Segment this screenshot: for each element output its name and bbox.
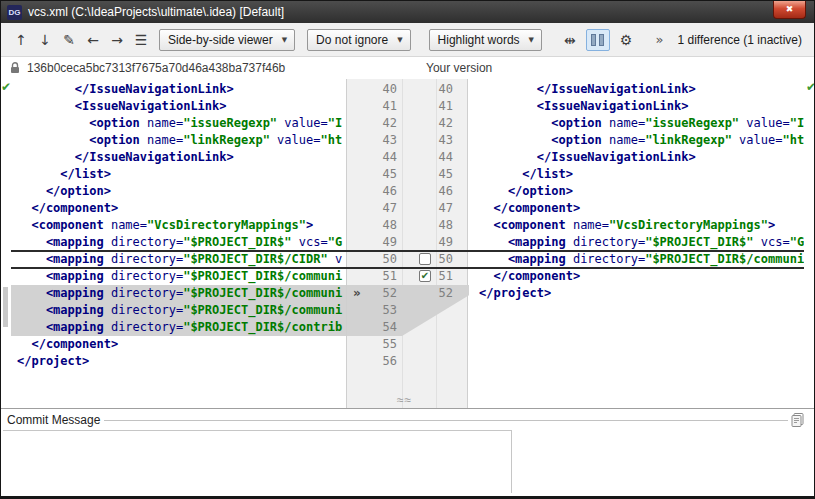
chevron-down-icon: ▼ — [282, 36, 287, 44]
left-code-line[interactable]: </IssueNavigationLink> — [11, 149, 346, 166]
line-number: 48 — [407, 217, 453, 234]
left-code-line[interactable]: <mapping directory="$PROJECT_DIR$/contri… — [11, 319, 346, 336]
forward-button[interactable]: → — [105, 29, 129, 51]
inactive-change-marker-icon[interactable]: » — [353, 285, 361, 302]
right-code-line[interactable]: </component> — [468, 200, 804, 217]
right-code-line[interactable]: <option name="linkRegexp" value="https — [468, 132, 804, 149]
include-change-checkbox-unchecked[interactable] — [419, 253, 431, 265]
right-code-line[interactable]: </IssueNavigationLink> — [468, 149, 804, 166]
line-number: 47 — [347, 200, 397, 217]
line-number: 41 — [407, 98, 453, 115]
line-number: 49 — [407, 234, 453, 251]
right-code-line[interactable]: </option> — [468, 183, 804, 200]
right-code-line[interactable]: </component> — [468, 268, 804, 285]
left-code-line[interactable]: <mapping directory="$PROJECT_DIR$/commun… — [11, 268, 346, 285]
line-number: 42 — [347, 115, 397, 132]
menu-icon[interactable]: ☰ — [129, 29, 153, 51]
right-code-line[interactable] — [468, 336, 804, 353]
right-code-line[interactable]: <IssueNavigationLink> — [468, 98, 804, 115]
commit-message-input[interactable] — [1, 431, 814, 496]
left-revision-hash: 136b0ceca5bc7313f7675a70d46a438ba737f46b — [27, 61, 285, 75]
right-code-line[interactable] — [468, 319, 804, 336]
titlebar[interactable]: DG vcs.xml (C:\IdeaProjects\ultimate\.id… — [1, 1, 814, 23]
previous-difference-button[interactable]: ↑ — [9, 29, 33, 51]
highlight-mode-value: Highlight words — [438, 33, 520, 47]
left-code-line[interactable]: </project> — [11, 353, 346, 370]
more-actions-icon[interactable]: » — [656, 32, 664, 47]
line-number: 40 — [407, 81, 453, 98]
line-number: 47 — [407, 200, 453, 217]
right-code-line[interactable]: </project> — [468, 285, 804, 302]
left-code-line[interactable]: <component name="VcsDirectoryMappings"> — [11, 217, 346, 234]
app-icon: DG — [7, 5, 22, 20]
left-code-line[interactable]: <mapping directory="$PROJECT_DIR$/commun… — [11, 285, 346, 302]
inactive-change-stripe-marker[interactable] — [3, 287, 8, 327]
left-code-line[interactable]: <mapping directory="$PROJECT_DIR$/commun… — [11, 302, 346, 319]
close-button[interactable]: ✖ — [773, 1, 806, 19]
commit-message-panel: Commit Message — [1, 408, 814, 496]
ignore-policy-select[interactable]: Do not ignore ▼ — [307, 29, 410, 51]
left-code-line[interactable]: <IssueNavigationLink> — [11, 98, 346, 115]
left-code-line[interactable]: </IssueNavigationLink> — [11, 81, 346, 98]
line-number: 51 — [347, 268, 397, 285]
line-number: 54 — [347, 319, 397, 336]
right-code-line[interactable]: <component name="VcsDirectoryMappings"> — [468, 217, 804, 234]
right-code-line[interactable] — [468, 353, 804, 370]
line-number — [407, 319, 453, 336]
left-code-line[interactable]: <option name="linkRegexp" value="ht — [11, 132, 346, 149]
left-code-line[interactable]: <option name="issueRegexp" value="I — [11, 115, 346, 132]
collapse-unchanged-icon[interactable]: ⇹ — [558, 29, 582, 51]
right-code-line[interactable]: <option name="issueRegexp" value="IDEA — [468, 115, 804, 132]
gear-icon[interactable]: ⚙ — [614, 29, 638, 51]
synchronize-scrolling-toggle[interactable] — [586, 29, 610, 51]
line-number: 48 — [347, 217, 397, 234]
left-code-line[interactable]: </component> — [11, 200, 346, 217]
right-code-line[interactable]: <mapping directory="$PROJECT_DIR$" vcs="… — [468, 234, 804, 251]
next-difference-button[interactable]: ↓ — [33, 29, 57, 51]
back-button[interactable]: ← — [81, 29, 105, 51]
titled-border-line — [91, 420, 788, 421]
line-number: 43 — [347, 132, 397, 149]
soft-wrap-marks: ≈≈ — [397, 393, 412, 407]
right-line-numbers: 40414243444546474849505152 — [407, 79, 453, 370]
right-editor[interactable]: </IssueNavigationLink> <IssueNavigationL… — [468, 79, 804, 408]
line-number — [407, 353, 453, 370]
chevron-down-icon: ▼ — [529, 36, 534, 44]
gutter-separator — [402, 79, 403, 408]
highlight-mode-select[interactable]: Highlight words ▼ — [429, 29, 542, 51]
line-number: 43 — [407, 132, 453, 149]
ignore-policy-value: Do not ignore — [316, 33, 388, 47]
line-number: 40 — [347, 81, 397, 98]
applied-check-icon: ✔ — [806, 80, 814, 94]
line-number: 46 — [407, 183, 453, 200]
left-error-stripe[interactable]: ✔ — [1, 79, 11, 408]
diff-summary: 1 difference (1 inactive) — [677, 33, 802, 47]
include-change-checkbox-checked[interactable]: ✔ — [419, 270, 431, 282]
line-number: 44 — [347, 149, 397, 166]
left-editor[interactable]: </IssueNavigationLink> <IssueNavigationL… — [11, 79, 346, 408]
diff-body: ✔ </IssueNavigationLink> <IssueNavigatio… — [1, 79, 814, 408]
left-code-line[interactable]: </option> — [11, 183, 346, 200]
right-code-line[interactable] — [468, 302, 804, 319]
right-code-line[interactable]: </list> — [468, 166, 804, 183]
viewer-mode-select[interactable]: Side-by-side viewer ▼ — [159, 29, 295, 51]
left-code-line[interactable]: <mapping directory="$PROJECT_DIR$" vcs="… — [11, 234, 346, 251]
line-number: 46 — [347, 183, 397, 200]
left-code-line[interactable]: </component> — [11, 336, 346, 353]
sync-column-icon — [599, 34, 604, 46]
left-code-line[interactable]: <mapping directory="$PROJECT_DIR$/CIDR" … — [11, 251, 346, 268]
line-number: 52 — [407, 285, 453, 302]
right-revision-label: Your version — [426, 61, 492, 75]
right-code-line[interactable]: <mapping directory="$PROJECT_DIR$/commun… — [468, 251, 804, 268]
commit-history-icon[interactable] — [790, 412, 806, 428]
left-code-line[interactable]: </list> — [11, 166, 346, 183]
viewer-mode-value: Side-by-side viewer — [168, 33, 273, 47]
line-number: 55 — [347, 336, 397, 353]
right-code-line[interactable]: </IssueNavigationLink> — [468, 81, 804, 98]
line-number: 42 — [407, 115, 453, 132]
right-error-stripe[interactable]: ✔ — [804, 79, 814, 408]
edit-source-icon[interactable]: ✎ — [57, 29, 81, 51]
chevron-down-icon: ▼ — [397, 36, 402, 44]
revision-header: 136b0ceca5bc7313f7675a70d46a438ba737f46b… — [1, 57, 814, 79]
diff-toolbar: ↑ ↓ ✎ ← → ☰ Side-by-side viewer ▼ Do not… — [1, 23, 814, 57]
